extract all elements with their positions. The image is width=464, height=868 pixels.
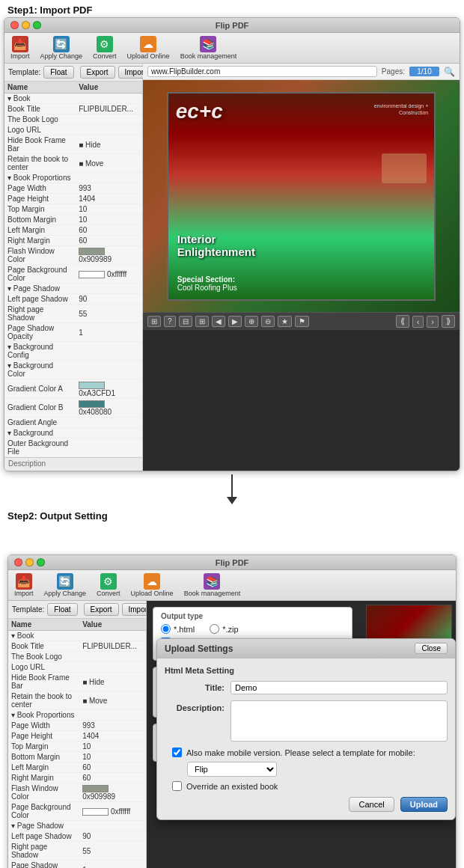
override-checkbox[interactable] (172, 781, 182, 791)
row-value: 0xffffff (79, 802, 146, 821)
toolbar-upload[interactable]: ☁ Upload Online (127, 36, 170, 60)
row-value (76, 438, 142, 457)
step3-minimize-btn[interactable] (25, 558, 34, 566)
arrow-line (231, 474, 233, 497)
pb-btn-6[interactable]: ▶ (228, 316, 242, 327)
table-row: Gradient Color B 0x408080 (4, 398, 142, 417)
toolbar-apply[interactable]: 🔄 Apply Change (40, 36, 83, 60)
col-name: Name (4, 82, 76, 94)
radio-zip-option[interactable]: *.zip (210, 624, 238, 634)
step3-traffic-lights (14, 558, 45, 566)
toolbar-convert[interactable]: ⚙ Convert (93, 36, 117, 60)
pb-btn-5[interactable]: ◀ (212, 316, 225, 327)
nav-prev[interactable]: ‹ (412, 316, 424, 328)
table-row: Gradient Color A 0xA3CFD1 (4, 379, 142, 398)
import-icon: 📥 (12, 36, 28, 52)
mobile-version-checkbox[interactable] (172, 748, 182, 757)
dialog-desc-textarea[interactable] (231, 700, 448, 742)
table-row: ▾ Page Shadow (4, 284, 142, 294)
step3-settings-table: Name Value ▾ Book Book TitleFLIPBUILDER.… (8, 619, 146, 868)
dialog-btn-row: Cancel Upload (165, 797, 448, 812)
radio-html-input[interactable] (161, 624, 171, 634)
step3-float-btn[interactable]: Float (47, 603, 77, 616)
radio-html-label: *.html (174, 625, 195, 634)
step3-book-mgmt-icon: 📚 (204, 573, 220, 590)
step3-import-btn[interactable]: Import (122, 603, 147, 616)
row-name: Flash Window Color (4, 246, 76, 265)
dialog-upload-btn[interactable]: Upload (400, 797, 448, 812)
row-name: Top Margin (8, 742, 79, 752)
row-name: Book Title (4, 104, 76, 114)
toolbar-import[interactable]: 📥 Import (10, 36, 30, 60)
row-name: Page Background Color (4, 265, 76, 284)
export-btn[interactable]: Export (80, 66, 115, 79)
nav-next[interactable]: › (427, 316, 439, 328)
row-name: Right page Shadow (4, 305, 76, 323)
search-icon[interactable]: 🔍 (444, 67, 455, 77)
url-bar[interactable]: www.FlipBuilder.com (147, 66, 377, 77)
row-name: Flash Window Color (8, 783, 79, 802)
pb-btn-9[interactable]: ★ (278, 316, 292, 327)
step3-convert-icon: ⚙ (100, 573, 117, 590)
step3-maximize-btn[interactable] (37, 558, 45, 566)
dialog-title-input[interactable] (231, 681, 448, 694)
nav-last[interactable]: ⟫ (442, 315, 455, 328)
row-value (79, 662, 146, 673)
table-row: Page Width993 (8, 721, 146, 731)
pb-btn-4[interactable]: ⊞ (195, 316, 209, 327)
row-name: Right Margin (4, 236, 76, 246)
row-name: Gradient Color A (4, 379, 76, 398)
upload-icon: ☁ (140, 36, 156, 52)
row-name: Left page Shadow (8, 831, 79, 842)
step3-toolbar-import[interactable]: 📥 Import (14, 573, 34, 597)
pb-btn-7[interactable]: ⊕ (245, 316, 258, 327)
step3-toolbar-upload[interactable]: ☁ Upload Online (131, 573, 174, 597)
row-value: 0x408080 (76, 398, 142, 417)
dialog-cancel-btn[interactable]: Cancel (349, 797, 394, 812)
row-name: Book Title (8, 641, 79, 652)
radio-html-option[interactable]: *.html (161, 624, 195, 634)
toolbar-book-mgmt[interactable]: 📚 Book management (180, 36, 237, 60)
pb-btn-8[interactable]: ⊖ (261, 316, 275, 327)
minimize-btn[interactable] (22, 21, 30, 29)
row-name: Bottom Margin (4, 215, 76, 225)
row-name: Retain the book to center (4, 154, 76, 173)
radio-zip-input[interactable] (210, 624, 219, 634)
step3-toolbar-book-mgmt[interactable]: 📚 Book management (184, 573, 241, 597)
pb-btn-3[interactable]: ⊟ (179, 316, 192, 327)
mobile-dropdown[interactable]: Flip (187, 762, 277, 777)
table-row: ▾ Background (4, 428, 142, 438)
table-row: ▾ Background Config (4, 342, 142, 361)
row-name: Left page Shadow (4, 294, 76, 305)
book-cover: ec+c environmental design +Construction … (143, 80, 460, 312)
close-btn[interactable] (10, 21, 19, 29)
window-traffic-lights (10, 21, 41, 29)
table-row: Page Background Color 0xffffff (4, 265, 142, 284)
step3-apply-icon: 🔄 (57, 573, 73, 590)
pb-btn-10[interactable]: ⚑ (295, 316, 309, 327)
preview-topbar: www.FlipBuilder.com Pages: 1/10 🔍 (143, 64, 460, 80)
step3-toolbar-convert[interactable]: ⚙ Convert (97, 573, 120, 597)
maximize-btn[interactable] (33, 21, 41, 29)
table-row: Retain the book to center■ Move (4, 154, 142, 173)
apply-icon: 🔄 (53, 36, 70, 52)
table-row: Page Shadow Opacity1 (4, 323, 142, 342)
table-row: ▾ Book Proportions (8, 710, 146, 721)
row-value: 1404 (76, 194, 142, 204)
float-btn[interactable]: Float (43, 66, 73, 79)
pages-input[interactable]: 1/10 (409, 67, 439, 76)
step3-export-btn[interactable]: Export (84, 603, 119, 616)
pb-btn-2[interactable]: ? (164, 316, 176, 327)
step3-close-btn[interactable] (14, 558, 22, 566)
cover-section-text: Interior Enlightenment (177, 233, 255, 258)
output-type-title: Output type (161, 612, 344, 620)
pb-btn-1[interactable]: ⊞ (147, 316, 161, 327)
step3-toolbar-apply[interactable]: 🔄 Apply Change (44, 573, 87, 597)
table-row: Page Width993 (4, 183, 142, 194)
radio-row: *.html *.zip (161, 624, 344, 634)
step3-upload-icon: ☁ (144, 573, 160, 590)
table-row: Hide Book Frame Bar■ Hide (4, 135, 142, 154)
row-value: 1 (76, 323, 142, 342)
dialog-close-btn[interactable]: Close (415, 643, 448, 654)
nav-first[interactable]: ⟪ (396, 315, 409, 328)
